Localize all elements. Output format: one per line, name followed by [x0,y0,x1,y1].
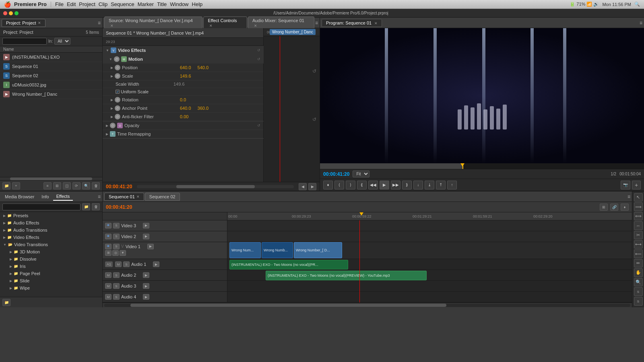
audio-fx-expand-icon[interactable]: ▶ [3,221,6,225]
minimize-button[interactable] [9,11,13,15]
link-button[interactable]: 🔗 [610,204,618,211]
add-marker-button[interactable]: ♦ [323,181,333,189]
presets-folder[interactable]: ▶ 📁 Presets [0,212,102,219]
page-peel-folder[interactable]: ▶ 📁 Page Peel [0,270,102,277]
add-marker-tl-button[interactable]: ♦ [621,204,629,211]
lift-button[interactable]: ⤒ [436,181,446,189]
audio-mixer-tab-close[interactable]: ✕ [254,24,257,28]
tl-panel-menu[interactable]: ≡ [627,194,630,200]
motion-reset[interactable]: ↺ [257,57,260,61]
clear-button[interactable]: 🗑 [92,182,100,189]
presets-expand-icon[interactable]: ▶ [3,214,6,218]
video3-expand-btn[interactable]: ▶ [143,223,149,228]
video-effects-folder[interactable]: ▶ 📁 Video Effects [0,234,102,241]
icon-view-button[interactable]: ⊞ [53,182,61,189]
menu-sequence[interactable]: Sequence [111,1,134,7]
opacity-reset[interactable]: ↺ [257,123,260,128]
panel-menu-btn[interactable]: ≡ [98,20,101,26]
anchor-x-value[interactable]: 640.0 [180,106,191,111]
audio1-mute-btn[interactable]: M [115,261,122,267]
step-back-button[interactable]: ◀◀ [368,181,378,189]
mark-out-button[interactable]: ⟩ [346,181,355,189]
motion-header[interactable]: ▼ ⏱ M Motion ↺ [103,55,264,64]
project-tab[interactable]: Project: Project ✕ [2,19,45,27]
audio4-solo-btn[interactable]: S [113,294,120,300]
audio3-solo-btn[interactable]: S [113,283,120,289]
menu-file[interactable]: File [55,1,64,7]
ripple-edit-tool[interactable]: ⟺ [634,212,643,220]
audio2-solo-btn[interactable]: S [113,272,120,278]
project-search-input[interactable] [2,38,47,45]
video2-visibility-btn[interactable]: 👁 [105,234,111,239]
anchor-y-value[interactable]: 360.0 [198,106,209,111]
video3-visibility-btn[interactable]: 👁 [105,223,111,228]
video1-sync-btn[interactable]: S [113,244,120,249]
video1-tool2[interactable]: ◎ [112,250,119,256]
audio4-mute-btn[interactable]: M [105,294,111,300]
anchor-stopwatch[interactable]: ⏱ [115,105,120,111]
dissolve-expand[interactable]: ▶ [10,257,12,261]
slide-tool[interactable]: ⟵ [634,249,643,258]
ec-next-btn[interactable]: ▶ [308,183,316,190]
uniform-scale-checkbox[interactable]: ✓ [116,90,120,94]
freeform-view-button[interactable]: ◫ [63,182,71,189]
new-bin-button[interactable]: 📁 [2,182,10,189]
opacity-stopwatch[interactable]: ⏱ [110,123,116,128]
video1-clip-2[interactable]: Wrong Numb... [262,242,293,258]
new-item-button[interactable]: + [12,182,20,189]
video1-visibility-btn[interactable]: 👁 [105,244,111,249]
go-to-out-button[interactable]: ⟫ [402,181,412,189]
video-fx-reset[interactable]: ↺ [257,48,260,52]
seq01-tab-close[interactable]: ✕ [136,195,140,199]
video1-tool1[interactable]: ⊞ [105,250,111,256]
anti-flicker-stopwatch[interactable]: ⏱ [115,114,120,119]
menu-window[interactable]: Window [170,1,188,7]
menu-clip[interactable]: Clip [99,1,107,7]
audio2-mute-btn[interactable]: M [105,272,111,278]
ec-reset-icon2[interactable]: ↺ [312,117,316,122]
list-item[interactable]: S Sequence 01 [0,62,102,71]
slip-tool[interactable]: ⟷ [634,240,643,249]
rotation-stopwatch[interactable]: ⏱ [115,97,120,103]
position-y-value[interactable]: 540.0 [198,65,209,70]
3d-motion-expand[interactable]: ▶ [10,250,12,254]
slide-expand[interactable]: ▶ [10,279,12,283]
zoom-tool[interactable]: 🔍 [634,278,643,286]
selection-tool[interactable]: ↖ [634,193,643,202]
menu-project[interactable]: Project [79,1,95,7]
menu-help[interactable]: Help [192,1,203,7]
ec-scrollbar[interactable] [137,185,294,188]
sequence02-tab[interactable]: Sequence 02 [145,193,180,201]
export-frame-button[interactable]: 📷 [621,181,630,189]
project-in-select[interactable]: All [54,38,70,45]
program-tab-close[interactable]: ✕ [374,21,378,25]
menu-title[interactable]: Title [157,1,167,7]
close-button[interactable] [3,11,7,15]
add-controls-button[interactable]: + [632,181,641,189]
ec-tab-close[interactable]: ✕ [209,24,213,28]
time-remap-expand[interactable]: ▶ [106,132,108,136]
scale-expand[interactable]: ▶ [111,74,113,78]
list-view-button[interactable]: ≡ [43,182,52,189]
ec-scroll-thumb[interactable] [176,185,255,188]
audio1-clip-1[interactable]: (INSTRUMENTAL) EXO - Two Moons (no vocal… [229,260,348,269]
audio2-expand-btn[interactable]: ▶ [143,272,149,278]
effects-tab[interactable]: Effects [53,193,73,201]
position-expand[interactable]: ▶ [111,66,113,70]
iris-folder[interactable]: ▶ 📁 Iris [0,263,102,270]
tl-scroll-thumb[interactable] [130,304,446,307]
video3-sync-btn[interactable]: S [113,223,120,228]
fx-new-bin-btn[interactable]: 📁 [2,299,10,306]
apple-icon[interactable]: 🍎 [4,1,11,8]
list-item[interactable]: I uDMusic0032.jpg [0,80,102,90]
mark-in-button[interactable]: ⟨ [334,181,344,189]
wipe-folder[interactable]: ▶ 📁 Wipe [0,284,102,292]
snap-button[interactable]: ⊞ [600,204,608,211]
pen-tool[interactable]: ✏ [634,259,643,267]
scale-value[interactable]: 149.6 [180,74,191,78]
ec-reset-icon[interactable]: ↺ [312,68,316,74]
scale-stopwatch[interactable]: ⏱ [115,73,120,79]
video1-expand-btn[interactable]: ▶ [147,244,154,249]
audio-trans-expand-icon[interactable]: ▶ [3,228,6,232]
program-tab[interactable]: Program: Sequence 01 ✕ [322,19,382,27]
